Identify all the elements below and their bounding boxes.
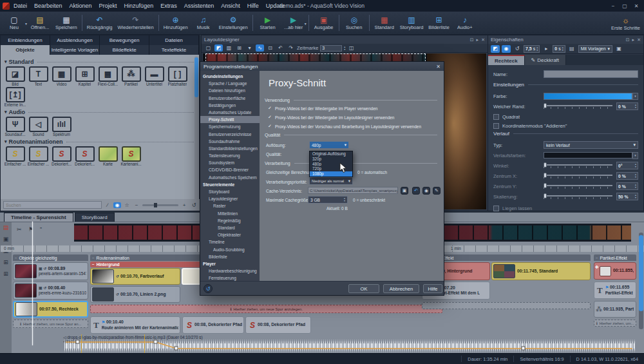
settings-tree-item[interactable]: Audio-Scrubbing bbox=[200, 246, 260, 253]
checkbox-row[interactable]: ✓ Proxy-Videos bei der Wiedergabe im Lay… bbox=[268, 115, 394, 120]
prioritaet-dropdown[interactable]: Niedriger als normal ▾ bbox=[309, 177, 353, 185]
toolbar-button[interactable]: ▥ Storyboard bbox=[397, 12, 426, 34]
grid-caret-icon[interactable]: ▾ bbox=[245, 44, 254, 52]
track-group-header[interactable]: −Layout-Effekt bbox=[422, 254, 591, 261]
tracks-icon[interactable]: ▤ bbox=[3, 224, 9, 231]
dropdown-option[interactable]: Original-Auflösung bbox=[310, 151, 352, 157]
preview-eye-icon[interactable]: ◉ bbox=[113, 202, 121, 208]
settings-tree-item[interactable]: Layoutdesigner bbox=[200, 195, 260, 202]
menu-item[interactable]: Hilfe bbox=[247, 3, 259, 9]
settings-tree-item[interactable]: Benutzeroberfläche bbox=[200, 95, 260, 102]
toolbox-tab[interactable]: Intelligente Vorlagen bbox=[50, 45, 100, 55]
settings-tree-item[interactable]: Objektraster bbox=[200, 231, 260, 238]
settings-tree-item[interactable]: Automatisches Update bbox=[200, 109, 260, 116]
toolbox-category-tab[interactable]: Dateien bbox=[149, 35, 199, 45]
pen-tool-icon[interactable]: ∕ bbox=[104, 202, 111, 208]
reset-view-icon[interactable]: ↺ bbox=[190, 202, 198, 208]
visibility-toggle-icon[interactable]: ◉ bbox=[502, 45, 511, 53]
page-icon[interactable]: ▣ bbox=[614, 45, 623, 53]
settings-tree-item[interactable]: Player bbox=[200, 260, 260, 267]
volume-envelope[interactable] bbox=[62, 336, 636, 353]
toolbar-button[interactable]: ⚙ Einstellungen bbox=[216, 12, 251, 34]
menu-item[interactable]: Bearbeiten bbox=[34, 3, 62, 9]
book-icon[interactable]: ▤ bbox=[567, 45, 576, 53]
settings-tree-item[interactable]: Standard bbox=[200, 224, 260, 231]
color-caret-icon[interactable]: ▾ bbox=[632, 93, 638, 100]
save-view-icon[interactable]: ◫ bbox=[347, 44, 355, 52]
settings-tree-item[interactable]: Soundsystem bbox=[200, 159, 260, 166]
settings-tree-item[interactable]: Hardwarebeschleunigung bbox=[200, 267, 260, 274]
layout-mode-icon[interactable]: ▥ bbox=[225, 44, 233, 52]
toolbar-button[interactable] bbox=[308, 15, 309, 31]
frame-icon[interactable]: ⊡ bbox=[266, 44, 274, 52]
settings-tree-item[interactable]: Standardbildeinstellungen bbox=[200, 145, 260, 152]
section-routenanimationen[interactable]: ▾ Routenanimationen bbox=[5, 139, 195, 145]
toolbar-button[interactable] bbox=[339, 15, 339, 31]
section-standard[interactable]: ▾ Standard bbox=[5, 59, 195, 65]
toolbar-button[interactable] bbox=[82, 15, 82, 31]
toolbar-button[interactable]: ♫ Musik bbox=[191, 12, 216, 34]
color-swatch[interactable] bbox=[544, 93, 632, 100]
timeline-clip-video[interactable]: ▣ ↺ 00:08.40 pexels-emre-kuzu-2316100 bbox=[13, 282, 88, 300]
toolbox-item[interactable]: Karte bbox=[97, 146, 118, 166]
section-audio[interactable]: ▾ Audio bbox=[5, 109, 195, 115]
help-button[interactable]: Hilfe bbox=[423, 284, 442, 293]
timeline-clip-partikel2[interactable]: ⁂ 00:11.935, Part bbox=[594, 301, 636, 318]
weicher-rand-spinner[interactable]: 0 % ▴▾ bbox=[616, 102, 638, 110]
timeline-vertical-scrollbar[interactable] bbox=[639, 233, 643, 329]
toolbar-button[interactable]: ↷ Wiederherstellen bbox=[115, 12, 156, 34]
verlauf-typ-dropdown[interactable]: kein Verlauf ▾ bbox=[544, 141, 638, 149]
settings-tree-item[interactable]: Automatisches Speichern bbox=[200, 174, 260, 181]
vorlagen-dropdown[interactable]: Mit Vorlagen ▾ bbox=[578, 45, 612, 53]
settings-tree-item[interactable]: Steuerelemente bbox=[200, 181, 260, 188]
timeline-clip-video[interactable]: ▣ ↺ 00:08.89 pexels-artem-saranin-154781 bbox=[13, 262, 88, 280]
timeline-clip-text-partikel[interactable]: T ⚑ 00:11.655 Partikel-Effekt bbox=[594, 282, 636, 299]
quadrat-checkbox[interactable] bbox=[493, 114, 499, 120]
close-icon[interactable]: ✕ bbox=[637, 37, 641, 43]
popout-icon[interactable]: ▸ bbox=[632, 37, 635, 43]
show-folder-icon[interactable]: ◉ bbox=[422, 187, 430, 195]
menu-item[interactable]: Aktionen bbox=[70, 3, 92, 9]
zoom-out-icon[interactable]: − bbox=[133, 202, 140, 208]
settings-tree-item[interactable]: Fernsteuerung bbox=[200, 274, 260, 281]
settings-tree-item[interactable]: Raster bbox=[200, 202, 260, 209]
aufloesung-dropdown[interactable]: 480p ▾ bbox=[309, 141, 349, 149]
toolbox-item[interactable]: ılıl Spektrum bbox=[51, 117, 72, 137]
offset-spinner[interactable]: 0 s ▴▾ bbox=[553, 45, 565, 53]
path-tool-icon[interactable]: ∿ bbox=[256, 44, 264, 52]
menu-item[interactable]: Assistenten bbox=[184, 3, 214, 9]
timeline-clip-pfad[interactable]: S 00:08, Dekorierter Pfad bbox=[245, 316, 311, 334]
toolbar-button[interactable]: ▶ Starten bbox=[255, 12, 281, 34]
toolbox-item[interactable]: S Dekoriert... bbox=[51, 146, 72, 166]
toolbar-button[interactable] bbox=[252, 15, 253, 31]
settings-tree-item[interactable]: Benutzerverzeichnisse bbox=[200, 131, 260, 138]
browse-folder-icon[interactable]: ▣ bbox=[401, 187, 408, 195]
tab-deckkraft[interactable]: ✎ Deckkraft bbox=[525, 55, 567, 65]
menu-item[interactable]: Extras bbox=[160, 3, 177, 9]
razor-icon[interactable]: ✂ bbox=[17, 226, 22, 233]
select-tool-icon[interactable]: ▢ bbox=[204, 44, 213, 52]
toolbox-item[interactable]: ▩ Flexi-Coll... bbox=[97, 66, 118, 86]
menu-item[interactable]: Hinzufügen bbox=[124, 3, 154, 9]
toolbox-item[interactable]: ◁ Sound bbox=[28, 117, 49, 137]
settings-tree-item[interactable]: Dateien hinzufügen bbox=[200, 87, 260, 94]
timeline-clip-linien[interactable]: ↺ 00:10.70, Linien 2.png bbox=[90, 286, 180, 303]
timeline-clip-partikel[interactable]: 00:11.855, K bbox=[594, 262, 636, 280]
zoom-in-icon[interactable]: + bbox=[180, 202, 188, 208]
clean-cache-icon[interactable]: ✎ bbox=[433, 187, 440, 195]
move-tool-icon[interactable]: ◩ bbox=[214, 44, 223, 52]
menu-item[interactable]: Update bbox=[266, 3, 285, 9]
zeitmarke-input[interactable]: 3 bbox=[320, 45, 342, 52]
settings-tree-item[interactable]: Grundeinstellungen bbox=[200, 73, 260, 80]
maximize-button[interactable]: ▢ bbox=[620, 3, 630, 9]
layers-icon[interactable]: ▣ bbox=[3, 236, 9, 242]
zeitmarke-spinner[interactable]: ▴▾ bbox=[344, 46, 345, 51]
toolbox-tab[interactable]: Bildeffekte bbox=[100, 45, 149, 55]
tab-timeline-spurensicht[interactable]: Timeline - Spurensicht bbox=[4, 213, 73, 222]
dock-icon[interactable]: ⊡ bbox=[470, 37, 474, 43]
name-field[interactable] bbox=[544, 70, 638, 78]
settings-tree-item[interactable]: Sprache / Language bbox=[200, 80, 260, 87]
toolbox-item[interactable]: S Kartenani... bbox=[120, 146, 142, 166]
toolbox-category-tab[interactable]: Ausblendungen bbox=[50, 35, 100, 45]
toolbar-button[interactable]: ▤ Öffnen... bbox=[27, 12, 53, 34]
